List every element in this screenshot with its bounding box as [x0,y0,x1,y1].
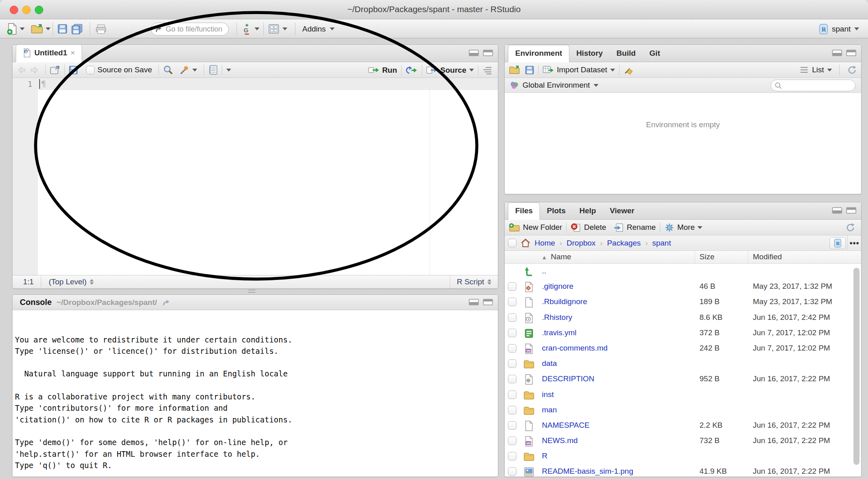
file-name-link[interactable]: .travis.yml [542,328,577,337]
file-checkbox[interactable] [508,329,516,337]
find-icon[interactable] [163,65,173,75]
open-file-button[interactable] [31,19,51,38]
save-all-button[interactable] [71,19,84,38]
file-name-link[interactable]: .Rhistory [542,313,572,322]
tab-untitled1[interactable]: R Untitled1 × [16,44,82,62]
home-icon[interactable] [520,238,531,248]
chunks-menu-caret-icon[interactable] [226,69,231,71]
source-button[interactable]: Source [426,66,474,75]
file-name-link[interactable]: .gitignore [542,282,573,291]
tab-git[interactable]: Git [643,45,667,62]
rerun-icon[interactable] [406,66,418,75]
import-dataset-button[interactable]: Import Dataset [543,65,615,74]
scope-selector[interactable]: (Top Level) [48,277,86,286]
file-name-link[interactable]: R [542,452,548,460]
breadcrumb-item-dropbox[interactable]: Dropbox [567,239,596,248]
column-modified[interactable]: Modified [753,252,782,261]
tab-close-icon[interactable]: × [70,48,75,57]
compile-notebook-icon[interactable] [208,65,218,75]
refresh-icon[interactable] [845,223,855,233]
goto-file-input[interactable] [166,25,222,34]
minimize-pane-icon[interactable] [469,50,479,56]
document-outline-icon[interactable] [482,66,492,74]
clear-workspace-broom-icon[interactable] [624,65,634,75]
maximize-pane-icon[interactable] [483,299,493,305]
file-checkbox[interactable] [508,467,516,476]
tab-plots[interactable]: Plots [540,203,572,219]
print-button[interactable] [95,19,107,38]
more-button[interactable]: More [664,223,702,233]
tab-help[interactable]: Help [573,203,603,219]
file-checkbox[interactable] [508,391,516,399]
minimize-pane-icon[interactable] [469,299,479,305]
file-name-link[interactable]: NAMESPACE [542,421,590,430]
tab-history[interactable]: History [569,45,609,62]
addins-menu[interactable]: Addins [302,19,335,38]
back-icon[interactable] [17,66,27,74]
minimize-pane-icon[interactable] [832,50,842,56]
environment-scope-selector[interactable]: Global Environment [522,81,590,90]
delete-button[interactable]: Delete [571,223,606,232]
version-control-button[interactable]: G [242,19,259,38]
file-checkbox[interactable] [508,298,516,306]
file-name-link[interactable]: data [542,359,557,368]
minimize-pane-icon[interactable] [832,207,842,214]
pane-splitter-grip[interactable] [248,290,255,293]
sort-ascending-icon[interactable]: ▲ [541,254,547,261]
new-folder-button[interactable]: New Folder [509,223,562,232]
file-checkbox[interactable] [508,344,516,353]
file-checkbox[interactable] [508,421,516,430]
files-scrollbar-thumb[interactable] [853,268,860,465]
popout-icon[interactable] [50,65,60,75]
file-type-selector[interactable]: R Script [450,275,498,289]
source-on-save-checkbox[interactable] [86,66,95,74]
run-button[interactable]: Run [368,66,397,75]
project-menu[interactable]: R spant [819,19,859,38]
breadcrumb-item-packages[interactable]: Packages [607,239,640,248]
file-name-link[interactable]: man [542,405,557,414]
tab-build[interactable]: Build [610,45,643,62]
file-name-link[interactable]: inst [542,390,554,399]
file-name-link[interactable]: README-basis_sim-1.png [542,467,633,476]
file-checkbox[interactable] [508,359,516,368]
save-button[interactable] [57,19,67,38]
forward-icon[interactable] [29,66,39,74]
load-workspace-icon[interactable] [509,65,520,75]
maximize-pane-icon[interactable] [846,50,856,56]
code-tools-wand-icon[interactable] [179,65,190,75]
panes-layout-button[interactable] [268,19,287,38]
more-columns-button[interactable]: ••• [847,235,861,251]
code-editor[interactable]: 1 ¶ [13,78,498,275]
file-checkbox[interactable] [508,452,516,460]
breadcrumb-item-home[interactable]: Home [535,239,555,248]
refresh-icon[interactable] [847,65,857,75]
file-checkbox[interactable] [508,313,516,322]
tab-viewer[interactable]: Viewer [603,203,641,219]
breadcrumb-item-spant[interactable]: spant [652,239,671,248]
file-checkbox[interactable] [508,406,516,414]
rename-button[interactable]: Rename [613,223,656,232]
list-view-label[interactable]: List [812,65,824,74]
r-project-button[interactable]: R [830,237,846,249]
goto-file-search[interactable] [151,23,229,36]
new-file-button[interactable] [6,19,25,38]
file-name-link[interactable]: DESCRIPTION [542,374,594,383]
tab-files[interactable]: Files [508,202,540,220]
file-checkbox[interactable] [508,437,516,445]
column-size[interactable]: Size [699,252,714,261]
save-source-icon[interactable] [69,65,78,75]
column-name[interactable]: Name [551,252,571,261]
maximize-pane-icon[interactable] [483,50,493,56]
file-name-link[interactable]: NEWS.md [542,436,578,445]
file-checkbox[interactable] [508,282,516,291]
file-name-link[interactable]: .Rbuildignore [542,297,587,306]
environment-search[interactable] [771,80,855,91]
file-name-link[interactable]: .. [542,267,546,275]
save-workspace-icon[interactable] [525,65,534,75]
file-checkbox[interactable] [508,375,516,383]
tab-environment[interactable]: Environment [508,45,569,62]
select-all-checkbox[interactable] [508,239,516,247]
console-output[interactable]: You are welcome to redistribute it under… [13,310,498,477]
maximize-pane-icon[interactable] [846,207,856,214]
file-name-link[interactable]: cran-comments.md [542,344,608,353]
